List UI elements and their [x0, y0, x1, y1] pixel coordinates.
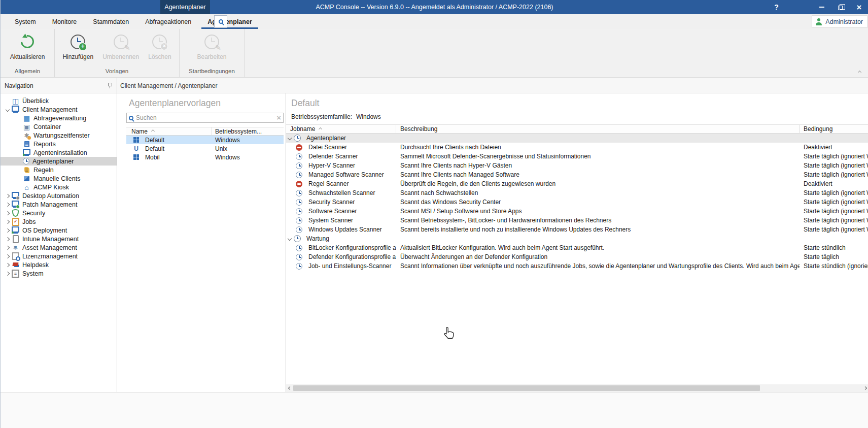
- template-row-default-windows[interactable]: DefaultWindows: [126, 136, 284, 144]
- sidebar-item-label: Manuelle Clients: [33, 175, 80, 182]
- column-header-os[interactable]: Betriebssystem...: [212, 128, 284, 135]
- intune-icon: [12, 235, 19, 243]
- templates-table: Name Betriebssystem... DefaultWindowsDef…: [126, 127, 284, 161]
- job-row-hyper-v-scanner[interactable]: Hyper-V ScannerScannt Ihre Clients nach …: [286, 161, 868, 170]
- user-chip[interactable]: Administrator: [812, 15, 867, 28]
- menu-search-button[interactable]: [214, 15, 227, 28]
- job-description-cell: Scannt MSI / Setup Software und Store Ap…: [396, 208, 800, 215]
- sidebar-item-asset-management[interactable]: Asset Management: [1, 243, 117, 252]
- sidebar-item-reports[interactable]: Reports: [1, 140, 117, 148]
- sidebar-item-jobs[interactable]: Jobs: [1, 217, 117, 226]
- chevron-right-icon: [4, 272, 12, 275]
- minimize-button[interactable]: [812, 0, 831, 14]
- job-row-windows-updates-scanner[interactable]: Windows Updates ScannerScannt bereits in…: [286, 225, 868, 234]
- job-row-managed-software-scanner[interactable]: Managed Software ScannerScannt Ihre Clie…: [286, 170, 868, 179]
- scroll-right-arrow[interactable]: [861, 384, 868, 392]
- ribbon-bearbeiten-button[interactable]: Bearbeiten: [193, 32, 230, 61]
- sidebar-item-agenteninstallation[interactable]: Agenteninstallation: [1, 148, 117, 157]
- sidebar-item-wartungszeitfenster[interactable]: Wartungszeitfenster: [1, 131, 117, 140]
- job-name-cell: Regel Scanner: [286, 180, 396, 187]
- job-name-cell: Software Scanner: [286, 208, 396, 215]
- ribbon-umbenennen-button[interactable]: Umbenennen: [98, 32, 143, 61]
- ribbon-l-schen-button[interactable]: Löschen: [144, 32, 175, 61]
- sidebar-item-manuelle-clients[interactable]: Manuelle Clients: [1, 174, 117, 183]
- job-deactivated-icon: [296, 144, 302, 151]
- job-clock-icon: [296, 153, 302, 160]
- sidebar-item-berblick[interactable]: Überblick: [1, 96, 117, 105]
- sidebar-item-patch-management[interactable]: Patch Management: [1, 200, 117, 209]
- column-header-condition[interactable]: Bedingung: [800, 125, 868, 133]
- titlebar-active-tab[interactable]: Agentenplaner: [160, 0, 210, 14]
- job-row-schwachstellen-scanner[interactable]: Schwachstellen ScannerScannt nach Schwac…: [286, 188, 868, 197]
- job-name-cell: Datei Scanner: [286, 144, 396, 151]
- pin-icon[interactable]: [107, 83, 113, 89]
- sidebar-item-agentenplaner[interactable]: Agentenplaner: [1, 157, 117, 166]
- sidebar-item-os-deployment[interactable]: OS Deployment: [1, 226, 117, 235]
- job-row-system-scanner[interactable]: System ScannerScannt Betriebssystem-, Bi…: [286, 216, 868, 225]
- template-row-default-unix[interactable]: DefaultUnix: [126, 144, 284, 153]
- sidebar-item-label: Agentenplaner: [32, 158, 74, 165]
- sidebar-item-system[interactable]: System: [1, 269, 117, 278]
- sidebar-item-acmp-kiosk[interactable]: ACMP Kiosk: [1, 183, 117, 191]
- clear-search-icon[interactable]: ×: [276, 115, 281, 121]
- job-clock-icon: [296, 190, 302, 196]
- sidebar-item-container[interactable]: Container: [1, 122, 117, 131]
- sidebar-item-intune-management[interactable]: Intune Management: [1, 235, 117, 243]
- job-name: Datei Scanner: [308, 144, 347, 151]
- navigation-title: Navigation: [5, 82, 107, 89]
- menu-item-monitore[interactable]: Monitore: [44, 14, 85, 29]
- clock-add-icon: [71, 35, 85, 49]
- ribbon-hinzuf-gen-button[interactable]: Hinzufügen: [58, 32, 97, 61]
- ribbon-group-buttons: Bearbeiten: [180, 29, 244, 68]
- job-row-defender-scanner[interactable]: Defender ScannerSammelt Microsoft Defend…: [286, 152, 868, 161]
- restore-button[interactable]: [831, 0, 850, 14]
- template-os-cell: Windows: [212, 137, 284, 144]
- menu-item-system[interactable]: System: [7, 14, 44, 29]
- job-row-job-und-einstellungs-scanner[interactable]: Job- und Einstellungs-ScannerScannt Info…: [286, 261, 868, 271]
- scroll-left-arrow[interactable]: [286, 384, 293, 392]
- sidebar-item-lizenzmanagement[interactable]: Lizenzmanagement: [1, 252, 117, 260]
- search-icon: [129, 116, 133, 120]
- sort-ascending-icon: [319, 127, 322, 130]
- job-group-row-agentenplaner[interactable]: Agentenplaner: [286, 134, 868, 143]
- job-name-cell: Defender Konfigurationsprofile a...: [286, 253, 396, 260]
- job-group-row-wartung[interactable]: Wartung: [286, 234, 868, 243]
- template-search-input[interactable]: [136, 114, 274, 121]
- user-name: Administrator: [825, 18, 863, 25]
- template-search-box: ×: [126, 113, 284, 123]
- job-row-security-scanner[interactable]: Security ScannerScannt das Windows Secur…: [286, 197, 868, 207]
- jobs-table: Jobname Beschreibung Bedingung Agentenpl…: [286, 124, 868, 271]
- job-row-bitlocker-konfigurationsprofile-ak[interactable]: BitLocker Konfigurationsprofile ak...Akt…: [286, 243, 868, 252]
- sidebar-item-security[interactable]: Security: [1, 209, 117, 217]
- job-row-software-scanner[interactable]: Software ScannerScannt MSI / Setup Softw…: [286, 207, 868, 216]
- scrollbar-thumb[interactable]: [293, 385, 760, 391]
- job-row-defender-konfigurationsprofile-a[interactable]: Defender Konfigurationsprofile a...Überw…: [286, 252, 868, 261]
- job-description-cell: Aktualisiert BitLocker Konfiguration. Wi…: [396, 244, 800, 251]
- menu-item-abfrageaktionen[interactable]: Abfrageaktionen: [137, 14, 199, 29]
- sidebar-item-label: Asset Management: [22, 244, 77, 251]
- chevron-right-icon: [4, 194, 12, 197]
- sidebar-item-regeln[interactable]: Regeln: [1, 166, 117, 174]
- column-header-name[interactable]: Name: [126, 127, 212, 135]
- template-row-mobil-windows[interactable]: MobilWindows: [126, 153, 284, 161]
- job-clock-icon: [296, 162, 302, 169]
- ribbon-icon-box: [203, 34, 220, 50]
- help-button[interactable]: ?: [767, 0, 786, 14]
- sidebar-item-abfrageverwaltung[interactable]: Abfrageverwaltung: [1, 114, 117, 122]
- column-header-description[interactable]: Beschreibung: [396, 125, 800, 133]
- chevron-right-icon: [4, 220, 12, 223]
- ribbon-aktualisieren-button[interactable]: Aktualisieren: [6, 32, 49, 61]
- menu-item-stammdaten[interactable]: Stammdaten: [85, 14, 137, 29]
- horizontal-scrollbar[interactable]: [286, 384, 868, 392]
- sidebar-item-helpdesk[interactable]: Helpdesk: [1, 260, 117, 269]
- chevron-right-icon: [4, 255, 12, 258]
- menu-item-agentenplaner[interactable]: Agentenplaner: [199, 14, 260, 29]
- close-button[interactable]: ×: [850, 0, 868, 14]
- sidebar-item-desktop-automation[interactable]: Desktop Automation: [1, 191, 117, 200]
- job-row-datei-scanner[interactable]: Datei ScannerDurchsucht Ihre Clients nac…: [286, 143, 868, 152]
- sidebar-item-client-management[interactable]: Client Management: [1, 105, 117, 114]
- template-name-cell: Mobil: [126, 154, 212, 161]
- job-row-regel-scanner[interactable]: Regel ScannerÜberprüft die Regeln, die d…: [286, 179, 868, 188]
- ribbon-group-startbedingungen: BearbeitenStartbedingungen: [180, 29, 245, 77]
- column-header-jobname[interactable]: Jobname: [286, 125, 396, 133]
